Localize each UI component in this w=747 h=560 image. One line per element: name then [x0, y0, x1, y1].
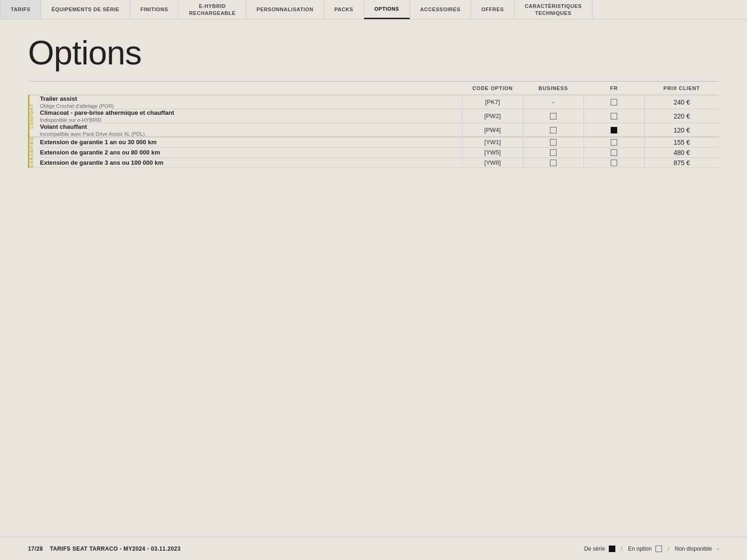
table-header-row: CODE OPTION BUSINESS FR PRIX CLIENT — [29, 82, 719, 95]
col-header-cat — [29, 82, 40, 95]
item-fr — [584, 95, 644, 109]
options-table-container: CODE OPTION BUSINESS FR PRIX CLIENT CONF… — [28, 81, 719, 168]
col-header-fr: FR — [584, 82, 644, 95]
checkbox-empty-icon — [611, 149, 617, 156]
item-name-cell: Climacoat - pare-brise athermique et cha… — [40, 109, 463, 123]
col-header-business: BUSINESS — [523, 82, 584, 95]
item-subtitle: Indisponible sur e-HYBRID — [40, 117, 462, 123]
item-subtitle: Incompatible avec Pack Drive Assist XL (… — [40, 131, 462, 137]
checkbox-empty-icon — [550, 160, 557, 166]
checkbox-empty-icon — [611, 160, 617, 166]
item-code: [PK7] — [462, 95, 523, 109]
item-fr — [584, 123, 644, 137]
legend-sep-1: / — [621, 546, 622, 552]
nav-item-personnalisation[interactable]: PERSONNALISATION — [247, 0, 324, 19]
col-header-label — [40, 82, 463, 95]
item-price: 155 € — [644, 137, 719, 147]
checkbox-empty-icon — [611, 99, 617, 105]
item-name-cell: Extension de garantie 1 an ou 30 000 km — [40, 137, 463, 147]
nav-item-finitions[interactable]: FINITIONS — [130, 0, 179, 19]
item-price: 120 € — [644, 123, 719, 137]
item-name: Extension de garantie 3 ans ou 100 000 k… — [40, 159, 462, 166]
item-business — [523, 158, 584, 168]
table-row: Volant chauffantIncompatible avec Pack D… — [29, 123, 719, 137]
category-label-garanties: GARANTIES — [29, 137, 34, 168]
nav-item-ehybrid[interactable]: e-HYBRIDRECHARGEABLE — [179, 0, 247, 19]
nav-item-offres[interactable]: OFFRES — [471, 0, 514, 19]
item-name-cell: Trailer assistOblige Crochet d'attelage … — [40, 95, 463, 109]
item-business — [523, 147, 584, 158]
item-name: Climacoat - pare-brise athermique et cha… — [40, 109, 462, 116]
item-fr — [584, 147, 644, 158]
legend-sep-2: / — [668, 546, 669, 552]
item-business — [523, 109, 584, 123]
item-fr — [584, 137, 644, 147]
doc-title: TARIFS SEAT TARRACO - MY2024 - 03.11.202… — [50, 546, 181, 552]
legend-non-disponible-label: Non disponible — [675, 546, 712, 552]
footer-doc-info: 17/28 TARIFS SEAT TARRACO - MY2024 - 03.… — [28, 546, 181, 552]
table-row: Extension de garantie 3 ans ou 100 000 k… — [29, 158, 719, 168]
legend-dash: - — [716, 546, 719, 552]
navigation: TARIFSÉQUIPEMENTS DE SÉRIEFINITIONSe-HYB… — [0, 0, 747, 20]
checkbox-empty-icon — [550, 139, 557, 146]
item-name: Extension de garantie 2 ans ou 80 000 km — [40, 149, 462, 156]
item-name-cell: Volant chauffantIncompatible avec Pack D… — [40, 123, 463, 137]
item-code: [YW1] — [462, 137, 523, 147]
item-fr — [584, 158, 644, 168]
dash-icon: - — [552, 98, 554, 106]
item-business — [523, 123, 584, 137]
item-price: 875 € — [644, 158, 719, 168]
nav-item-packs[interactable]: PACKS — [324, 0, 364, 19]
nav-item-caracteristiques[interactable]: CARACTÉRISTIQUESTECHNIQUES — [514, 0, 592, 19]
item-name: Volant chauffant — [40, 123, 462, 130]
item-price: 480 € — [644, 147, 719, 158]
item-name: Extension de garantie 1 an ou 30 000 km — [40, 139, 462, 146]
table-row: CONFORTTrailer assistOblige Crochet d'at… — [29, 95, 719, 109]
page-title: Options — [28, 34, 747, 72]
item-price: 240 € — [644, 95, 719, 109]
checkbox-empty-icon — [550, 113, 557, 119]
footer: 17/28 TARIFS SEAT TARRACO - MY2024 - 03.… — [0, 537, 747, 560]
item-business — [523, 137, 584, 147]
checkbox-empty-icon — [550, 149, 557, 156]
nav-item-options[interactable]: OPTIONS — [364, 0, 410, 19]
item-business: - — [523, 95, 584, 109]
page-number: 17/28 — [28, 546, 43, 552]
checkbox-empty-icon — [611, 113, 617, 119]
legend-en-option-label: En option — [628, 546, 652, 552]
item-subtitle: Oblige Crochet d'attelage (PGR) — [40, 103, 462, 109]
nav-item-tarifs[interactable]: TARIFS — [0, 0, 41, 19]
col-header-price: PRIX CLIENT — [644, 82, 719, 95]
item-fr — [584, 109, 644, 123]
table-row: Extension de garantie 2 ans ou 80 000 km… — [29, 147, 719, 158]
col-header-code: CODE OPTION — [462, 82, 523, 95]
table-row: Climacoat - pare-brise athermique et cha… — [29, 109, 719, 123]
nav-item-equipements[interactable]: ÉQUIPEMENTS DE SÉRIE — [41, 0, 130, 19]
legend-filled-icon — [609, 546, 615, 552]
item-code: [YW5] — [462, 147, 523, 158]
legend-empty-icon — [655, 546, 662, 552]
legend-de-serie-label: De série — [584, 546, 605, 552]
checkbox-filled-icon — [611, 127, 617, 133]
item-name-cell: Extension de garantie 2 ans ou 80 000 km — [40, 147, 463, 158]
item-code: [PW4] — [462, 123, 523, 137]
category-cell-garanties: GARANTIES — [29, 137, 40, 168]
item-code: [YW8] — [462, 158, 523, 168]
options-table: CODE OPTION BUSINESS FR PRIX CLIENT CONF… — [28, 81, 719, 168]
item-name: Trailer assist — [40, 95, 462, 102]
nav-item-accessoires[interactable]: ACCESSOIRES — [410, 0, 471, 19]
category-cell-confort: CONFORT — [29, 95, 40, 137]
checkbox-empty-icon — [550, 127, 557, 133]
item-name-cell: Extension de garantie 3 ans ou 100 000 k… — [40, 158, 463, 168]
item-price: 220 € — [644, 109, 719, 123]
table-row: GARANTIESExtension de garantie 1 an ou 3… — [29, 137, 719, 147]
footer-legend: De série / En option / Non disponible - — [584, 546, 719, 552]
category-label-confort: CONFORT — [29, 104, 34, 129]
item-code: [PW2] — [462, 109, 523, 123]
checkbox-empty-icon — [611, 139, 617, 146]
